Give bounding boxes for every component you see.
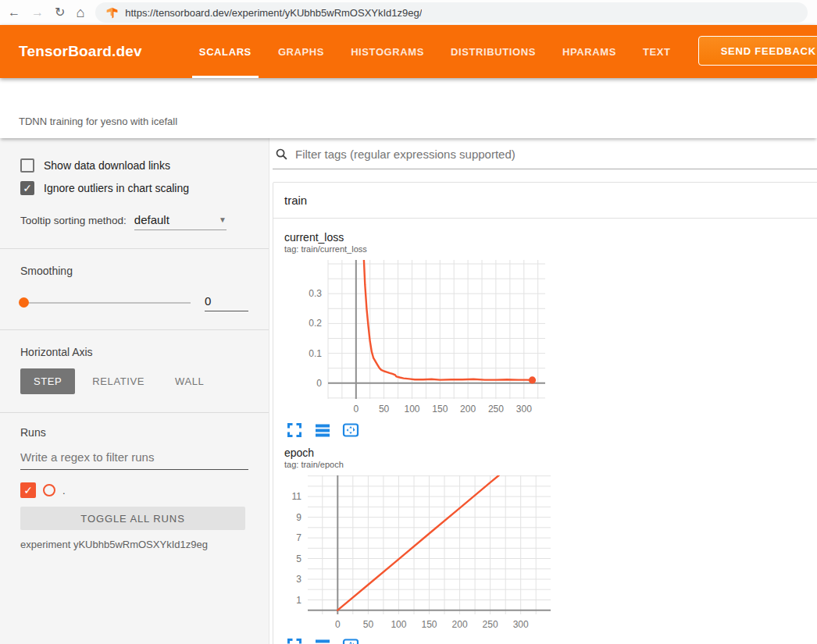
chevron-down-icon: ▼ bbox=[219, 215, 227, 224]
svg-text:5: 5 bbox=[296, 553, 301, 564]
chart-title: current_loss bbox=[284, 231, 551, 244]
svg-text:0.2: 0.2 bbox=[309, 318, 322, 329]
tab-graphs[interactable]: GRAPHS bbox=[265, 25, 337, 78]
tab-hparams[interactable]: HPARAMS bbox=[549, 25, 630, 78]
svg-text:0: 0 bbox=[353, 404, 359, 415]
section-header-train[interactable]: train bbox=[273, 183, 817, 219]
chart-actions bbox=[281, 637, 551, 644]
search-icon bbox=[275, 148, 288, 161]
expand-icon[interactable] bbox=[286, 422, 303, 439]
fit-domain-icon[interactable] bbox=[342, 422, 359, 439]
fit-domain-icon[interactable] bbox=[342, 637, 359, 644]
svg-text:50: 50 bbox=[363, 619, 374, 630]
svg-text:50: 50 bbox=[379, 404, 390, 415]
app-logo[interactable]: TensorBoard.dev bbox=[19, 43, 142, 60]
content: Show data download links ✓ Ignore outlie… bbox=[0, 138, 817, 644]
ignore-outliers-label: Ignore outliers in chart scaling bbox=[44, 182, 189, 194]
smoothing-slider-thumb[interactable] bbox=[19, 297, 29, 308]
chart-card-epoch: epochtag: train/epoch0501001502002503001… bbox=[281, 447, 551, 644]
svg-text:250: 250 bbox=[483, 619, 498, 630]
show-download-links-label: Show data download links bbox=[44, 159, 170, 172]
tooltip-sorting-dropdown[interactable]: default ▼ bbox=[134, 213, 227, 230]
svg-text:250: 250 bbox=[488, 404, 504, 415]
chart-card-current_loss: current_losstag: train/current_loss05010… bbox=[281, 231, 551, 439]
filter-tags-input[interactable] bbox=[295, 148, 817, 161]
smoothing-value-input[interactable] bbox=[205, 294, 248, 311]
show-download-links-checkbox[interactable] bbox=[20, 158, 34, 173]
svg-text:0.3: 0.3 bbox=[309, 288, 322, 299]
svg-text:100: 100 bbox=[391, 619, 406, 630]
svg-text:300: 300 bbox=[513, 619, 529, 630]
chart-plot-current_loss[interactable]: 05010015020025030000.10.20.3 bbox=[281, 260, 551, 418]
svg-text:7: 7 bbox=[296, 532, 301, 543]
expand-icon[interactable] bbox=[286, 637, 303, 644]
axis-button-relative[interactable]: RELATIVE bbox=[79, 368, 158, 394]
divider bbox=[0, 248, 269, 249]
tab-histograms[interactable]: HISTOGRAMS bbox=[337, 25, 437, 78]
horizontal-axis-label: Horizontal Axis bbox=[20, 346, 269, 358]
url-text: https://tensorboard.dev/experiment/yKUbh… bbox=[125, 7, 422, 19]
svg-text:0: 0 bbox=[335, 619, 341, 630]
tab-scalars[interactable]: SCALARS bbox=[186, 25, 265, 78]
charts-grid: current_losstag: train/current_loss05010… bbox=[273, 219, 814, 644]
runs-filter-input[interactable] bbox=[20, 450, 248, 470]
run-row: ✓ . bbox=[20, 482, 269, 498]
forward-icon[interactable]: → bbox=[31, 6, 44, 19]
run-checkbox[interactable]: ✓ bbox=[20, 482, 36, 498]
main-panel: train current_losstag: train/current_los… bbox=[269, 138, 817, 644]
tab-text[interactable]: TEXT bbox=[630, 25, 684, 78]
tensorboard-favicon bbox=[106, 7, 118, 19]
log-scale-icon[interactable] bbox=[314, 422, 331, 439]
run-name: . bbox=[62, 485, 66, 496]
horizontal-axis-buttons: STEPRELATIVEWALL bbox=[20, 368, 269, 394]
svg-text:100: 100 bbox=[404, 404, 419, 415]
svg-text:9: 9 bbox=[296, 512, 301, 523]
svg-text:300: 300 bbox=[516, 404, 532, 415]
axis-button-wall[interactable]: WALL bbox=[162, 368, 217, 394]
svg-text:150: 150 bbox=[432, 404, 448, 415]
svg-text:1: 1 bbox=[296, 595, 301, 606]
svg-text:3: 3 bbox=[296, 574, 301, 585]
settings-sidebar: Show data download links ✓ Ignore outlie… bbox=[0, 138, 269, 644]
send-feedback-button[interactable]: SEND FEEDBACK bbox=[698, 36, 817, 66]
address-bar[interactable]: https://tensorboard.dev/experiment/yKUbh… bbox=[95, 2, 808, 23]
svg-text:0.1: 0.1 bbox=[309, 348, 322, 359]
chart-plot-epoch[interactable]: 0501001502002503001357911 bbox=[281, 475, 551, 633]
tab-distributions[interactable]: DISTRIBUTIONS bbox=[437, 25, 549, 78]
nav-tabs: SCALARSGRAPHSHISTOGRAMSDISTRIBUTIONSHPAR… bbox=[186, 25, 684, 78]
toggle-all-runs-button[interactable]: TOGGLE ALL RUNS bbox=[20, 507, 245, 530]
svg-text:0: 0 bbox=[316, 378, 322, 389]
tooltip-sorting-label: Tooltip sorting method: bbox=[20, 215, 127, 226]
smoothing-label: Smoothing bbox=[20, 265, 269, 277]
chart-title: epoch bbox=[284, 447, 551, 459]
axis-button-step[interactable]: STEP bbox=[20, 368, 75, 394]
divider bbox=[0, 412, 269, 413]
tooltip-sorting-value: default bbox=[134, 213, 169, 226]
chart-actions bbox=[281, 422, 551, 439]
chart-tag: tag: train/current_loss bbox=[284, 244, 551, 254]
svg-text:150: 150 bbox=[421, 619, 437, 630]
back-icon[interactable]: ← bbox=[8, 6, 20, 19]
runs-label: Runs bbox=[20, 426, 269, 439]
browser-toolbar: ← → ↻ ⌂ https://tensorboard.dev/experime… bbox=[0, 0, 817, 25]
filter-tags-row bbox=[273, 148, 817, 169]
app-header: TensorBoard.dev SCALARSGRAPHSHISTOGRAMSD… bbox=[0, 25, 817, 78]
ignore-outliers-checkbox[interactable]: ✓ bbox=[20, 181, 34, 195]
reload-icon[interactable]: ↻ bbox=[55, 6, 65, 19]
smoothing-slider[interactable] bbox=[20, 302, 191, 304]
divider bbox=[0, 329, 269, 330]
experiment-id: experiment yKUbhb5wRmOSXYkId1z9eg bbox=[20, 539, 269, 550]
home-icon[interactable]: ⌂ bbox=[76, 5, 84, 20]
experiment-title: TDNN training for yesno with icefall bbox=[0, 78, 817, 138]
log-scale-icon[interactable] bbox=[314, 637, 331, 644]
svg-text:11: 11 bbox=[292, 491, 302, 502]
svg-text:200: 200 bbox=[460, 404, 476, 415]
chart-tag: tag: train/epoch bbox=[284, 460, 551, 469]
train-section-card: train current_losstag: train/current_los… bbox=[273, 182, 817, 644]
svg-text:200: 200 bbox=[452, 619, 468, 630]
run-color-swatch bbox=[43, 484, 55, 496]
